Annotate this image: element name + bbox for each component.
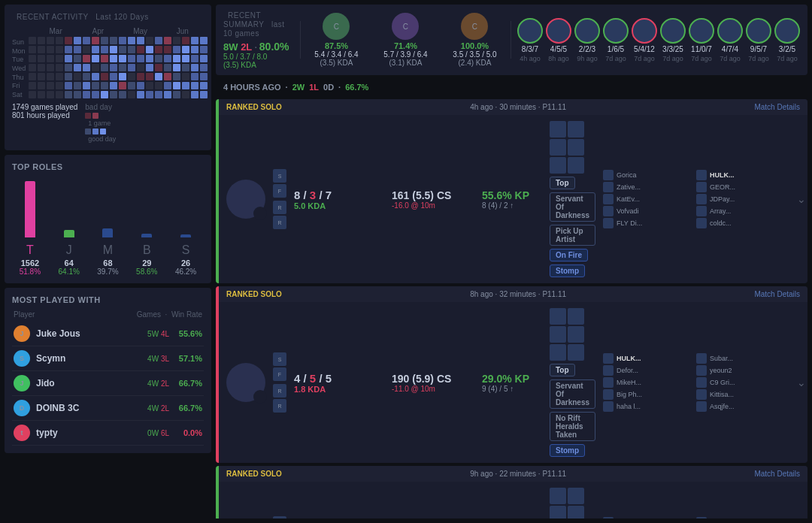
match-card: RANKED SOLO 8h ago · 32 minutes · P11.11… — [216, 286, 807, 463]
heatmap-cell — [182, 73, 189, 80]
item-box — [550, 121, 566, 138]
heatmap-cell — [164, 46, 171, 53]
heatmap-cell — [155, 64, 162, 71]
role-icon: J — [66, 243, 72, 257]
team-player: FLY Di... — [603, 218, 693, 228]
heatmap-row — [29, 64, 208, 71]
heatmap-cell — [173, 46, 180, 53]
match-team2: Geiger Zative... Enjin twtv S... BEST ..… — [696, 517, 786, 519]
role-bar — [141, 234, 152, 237]
match-type: RANKED SOLO — [226, 290, 282, 298]
item-box — [550, 506, 566, 518]
played-header: MOST PLAYED WITH — [12, 295, 204, 304]
team-player: C9 Gri... — [696, 377, 786, 388]
player-winrate: 55.6% — [175, 329, 202, 338]
heatmap-cell — [137, 37, 144, 44]
champ-kda: (3.5) KDA — [320, 59, 353, 67]
item-box — [568, 121, 584, 138]
team-player: MikeH... — [603, 377, 693, 388]
game-time: 4h ago — [520, 55, 541, 62]
match-header: RANKED SOLO 8h ago · 32 minutes · P11.11… — [219, 286, 807, 302]
match-tag: Servant Of Darkness — [550, 379, 595, 409]
heatmap-cell — [29, 64, 36, 71]
game-score: 3/3/25 — [662, 45, 683, 53]
summary-header: RECENT SUMMARY last 10 games — [223, 11, 294, 38]
heatmap-cell — [137, 55, 144, 62]
mini-icon — [603, 194, 614, 204]
player-record: 4W 2L — [147, 379, 169, 388]
champ-big — [226, 363, 265, 402]
heatmap-cell — [101, 64, 108, 71]
heatmap-cell — [47, 55, 54, 62]
role-bar — [102, 228, 113, 237]
recent-games-row: 8/3/7 4h ago 4/5/5 8h ago 2/2/3 9h ago 1… — [517, 18, 800, 62]
match-teams-wrap: HULK... Defor... MikeH... Big Ph... haha… — [603, 353, 786, 412]
heatmap-days: Sun Mon Tue Wed Thu Fri Sat — [12, 37, 26, 98]
heatmap-cell — [200, 73, 208, 80]
played-card: MOST PLAYED WITH Player Games · Win Rate… — [5, 288, 211, 453]
match-spells: S F R R — [273, 352, 286, 413]
heatmap-row — [29, 73, 208, 80]
player-record: 4W 3L — [147, 355, 169, 363]
champ-stats: 3.5 / 3.5 / 5.0 — [453, 50, 496, 59]
heatmap-cell — [92, 46, 99, 53]
recent-game-bubble: 2/2/3 9h ago — [574, 18, 600, 62]
played-cols: Player Games · Win Rate — [12, 310, 204, 319]
expand-btn[interactable]: ⌄ — [794, 193, 807, 205]
kp-detail: 9 (4) / 5 ↑ — [482, 385, 542, 393]
heatmap-cell — [83, 46, 90, 53]
heatmap-row — [29, 37, 208, 44]
champ-circle — [774, 18, 800, 44]
heatmap-cell — [182, 91, 189, 98]
heatmap-cell — [200, 55, 208, 62]
heatmap-cell — [47, 64, 54, 71]
player-winrate: 66.7% — [175, 404, 202, 413]
heatmap-cell — [101, 46, 108, 53]
role-bar — [25, 181, 35, 237]
item-box — [568, 488, 584, 504]
game-time: 7d ago — [748, 55, 769, 62]
match-kda-ratio: 5.0 KDA — [294, 201, 384, 210]
match-details-link[interactable]: Match Details — [754, 470, 800, 478]
match-kda-ratio: 1.8 KDA — [294, 385, 384, 394]
champ-circle — [660, 18, 686, 44]
match-tag: No Rift Heralds Taken — [550, 412, 595, 441]
role-icon: T — [26, 243, 34, 257]
match-details-link[interactable]: Match Details — [754, 103, 800, 111]
champ-icon: C — [323, 13, 350, 40]
player-avatar: S — [14, 350, 30, 367]
game-score: 8/3/7 — [522, 45, 538, 53]
heatmap-cell — [146, 73, 153, 80]
match-kda-score: 4 / 5 / 5 — [294, 372, 384, 385]
mini-icon — [603, 389, 614, 400]
heatmap-cell — [74, 82, 81, 89]
heatmap-cell — [164, 64, 171, 71]
heatmap-cell — [101, 82, 108, 89]
match-items — [550, 308, 595, 361]
activity-subtitle: Last 120 Days — [95, 13, 148, 21]
team-player: Asqjfe... — [696, 401, 786, 412]
role-icon: S — [182, 243, 190, 257]
heatmap-cell — [83, 55, 90, 62]
heatmap-cell — [146, 91, 153, 98]
recent-game-bubble: 1/6/5 7d ago — [603, 18, 629, 62]
mini-icon — [603, 182, 614, 192]
role-col: B2958.6% — [129, 243, 165, 276]
match-header: RANKED SOLO 9h ago · 22 minutes · P11.11… — [219, 466, 807, 482]
heatmap-cell — [164, 73, 171, 80]
match-type: RANKED SOLO — [226, 470, 282, 478]
heatmap-cell — [29, 73, 36, 80]
game-score: 5/4/12 — [634, 45, 655, 53]
match-type: RANKED SOLO — [226, 103, 282, 111]
heatmap-cell — [29, 55, 36, 62]
match-tag: Stomp — [550, 444, 585, 457]
role-bar-wrap — [168, 234, 204, 237]
heatmap-cell — [65, 91, 72, 98]
rune1: R — [273, 201, 286, 214]
heatmap-cell — [146, 82, 153, 89]
heatmap-cell — [164, 37, 171, 44]
match-details-link[interactable]: Match Details — [754, 290, 800, 298]
game-time: 7d ago — [691, 55, 712, 62]
expand-btn[interactable]: ⌄ — [794, 376, 807, 388]
champ-pct: 71.4% — [394, 41, 417, 50]
